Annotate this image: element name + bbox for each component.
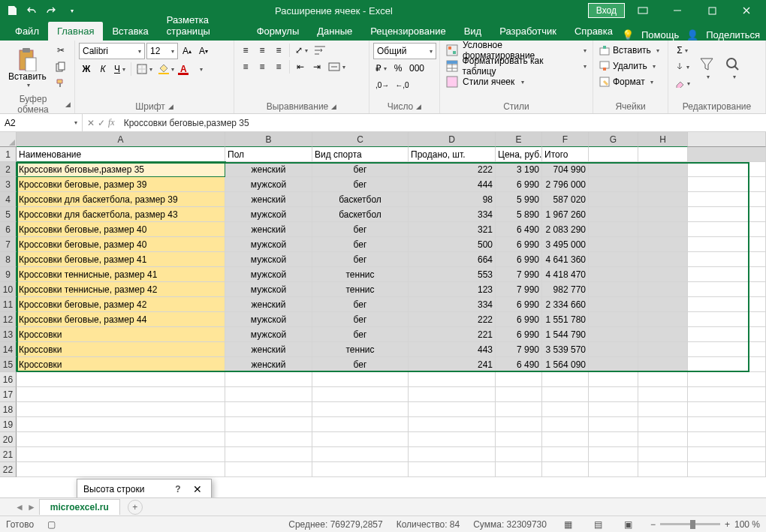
view-normal-icon[interactable]: ▦ [560, 518, 577, 530]
delete-cells-button[interactable]: Удалить▾ [597, 59, 664, 74]
row-head-18[interactable]: 18 [0, 402, 17, 417]
cell[interactable] [542, 387, 589, 402]
percent-icon[interactable]: % [391, 61, 406, 76]
col-head-F[interactable]: F [542, 132, 589, 147]
tab-file[interactable]: Файл [6, 22, 48, 41]
prev-sheet-icon[interactable]: ◄ [15, 502, 24, 512]
row-head-9[interactable]: 9 [0, 267, 17, 282]
cell[interactable] [589, 147, 638, 162]
col-head-D[interactable]: D [409, 132, 496, 147]
cell[interactable]: баскетбол [312, 207, 409, 222]
cell[interactable]: бег [312, 252, 409, 267]
cell[interactable] [589, 237, 638, 252]
cell[interactable] [17, 432, 225, 447]
cell[interactable]: мужской [225, 312, 312, 327]
cell[interactable] [542, 447, 589, 462]
cell[interactable] [589, 462, 638, 477]
row-head-2[interactable]: 2 [0, 162, 17, 177]
tab-view[interactable]: Вид [455, 22, 491, 41]
row-head-14[interactable]: 14 [0, 342, 17, 357]
align-middle-icon[interactable]: ≡ [255, 43, 270, 58]
paste-button[interactable]: Вставить▾ [4, 43, 51, 92]
cell[interactable]: Кроссовки беговые,размер 35 [17, 162, 225, 177]
shrink-font-icon[interactable]: A▾ [196, 44, 211, 59]
cell[interactable]: 6 990 [496, 327, 542, 342]
cell[interactable]: бег [312, 297, 409, 312]
row-head-3[interactable]: 3 [0, 177, 17, 192]
cell[interactable]: 704 990 [542, 162, 589, 177]
col-head-E[interactable]: E [496, 132, 542, 147]
align-right-icon[interactable]: ≡ [271, 59, 286, 74]
cell[interactable]: Кроссовки [17, 327, 225, 342]
row-head-15[interactable]: 15 [0, 357, 17, 372]
cell[interactable] [496, 402, 542, 417]
undo-icon[interactable] [23, 2, 41, 19]
currency-icon[interactable]: ₽▾ [373, 61, 389, 76]
cell[interactable]: 2 796 000 [542, 177, 589, 192]
cell[interactable]: 3 190 [496, 162, 542, 177]
cell[interactable]: 3 495 000 [542, 237, 589, 252]
cell[interactable] [589, 207, 638, 222]
cell[interactable]: Кроссовки для баскетбола, размер 43 [17, 207, 225, 222]
row-head-12[interactable]: 12 [0, 312, 17, 327]
tab-insert[interactable]: Вставка [103, 22, 157, 41]
cell[interactable] [225, 432, 312, 447]
cell[interactable] [409, 372, 496, 387]
row-head-11[interactable]: 11 [0, 297, 17, 312]
cell[interactable] [542, 462, 589, 477]
row-head-13[interactable]: 13 [0, 327, 17, 342]
cell[interactable]: 221 [409, 327, 496, 342]
cell[interactable] [312, 387, 409, 402]
cell[interactable] [589, 387, 638, 402]
macro-record-icon[interactable]: ▢ [47, 519, 56, 530]
row-head-10[interactable]: 10 [0, 282, 17, 297]
cell[interactable] [312, 372, 409, 387]
cell[interactable] [17, 372, 225, 387]
cell[interactable]: Кроссовки беговые, размер 44 [17, 312, 225, 327]
cell[interactable] [409, 387, 496, 402]
cell[interactable]: теннис [312, 342, 409, 357]
cell[interactable]: бег [312, 177, 409, 192]
cell[interactable] [312, 462, 409, 477]
autosum-icon[interactable]: Σ▾ [672, 43, 692, 58]
cell[interactable] [589, 372, 638, 387]
cell[interactable]: 6 990 [496, 297, 542, 312]
font-name-combo[interactable]: Calibri▾ [79, 43, 145, 59]
cell[interactable]: 5 890 [496, 207, 542, 222]
cell[interactable]: женский [225, 342, 312, 357]
cell[interactable] [542, 417, 589, 432]
row-head-8[interactable]: 8 [0, 252, 17, 267]
tab-data[interactable]: Данные [308, 22, 361, 41]
cell[interactable]: 6 990 [496, 312, 542, 327]
cell[interactable] [589, 192, 638, 207]
cell[interactable] [312, 417, 409, 432]
cell[interactable]: Кроссовки [17, 342, 225, 357]
col-head-A[interactable]: A [17, 132, 225, 147]
cell[interactable]: теннис [312, 282, 409, 297]
login-button[interactable]: Вход [588, 3, 625, 18]
cell[interactable] [589, 432, 638, 447]
fill-icon[interactable]: ▾ [672, 59, 692, 74]
cell[interactable] [496, 417, 542, 432]
font-color-icon[interactable]: A▾ [178, 62, 205, 77]
cell[interactable] [638, 252, 688, 267]
row-head-16[interactable]: 16 [0, 372, 17, 387]
cell[interactable]: 7 990 [496, 282, 542, 297]
cell[interactable] [638, 192, 688, 207]
cell[interactable]: Наименование [17, 147, 225, 162]
cell[interactable] [638, 357, 688, 372]
cell[interactable] [225, 387, 312, 402]
cell[interactable]: Кроссовки [17, 357, 225, 372]
save-icon[interactable] [3, 2, 21, 19]
cell[interactable]: 444 [409, 177, 496, 192]
tab-formulas[interactable]: Формулы [248, 22, 309, 41]
cell[interactable] [589, 402, 638, 417]
row-head-22[interactable]: 22 [0, 462, 17, 477]
row-head-20[interactable]: 20 [0, 432, 17, 447]
view-break-icon[interactable]: ▣ [620, 518, 637, 530]
inc-decimal-icon[interactable]: ,0→ [373, 77, 391, 92]
tell-me-text[interactable]: Помощь [641, 29, 679, 41]
cell[interactable]: женский [225, 357, 312, 372]
zoom-out-icon[interactable]: − [650, 519, 656, 530]
cell[interactable] [589, 267, 638, 282]
